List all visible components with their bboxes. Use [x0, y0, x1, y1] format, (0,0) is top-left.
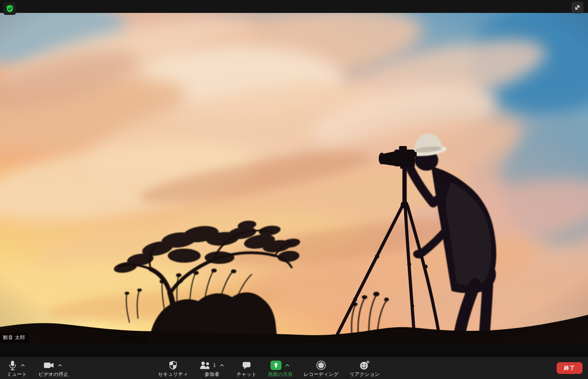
encryption-status-button[interactable]: [3, 2, 16, 15]
video-menu-chevron[interactable]: [57, 363, 63, 368]
mute-button[interactable]: ミュート: [5, 359, 28, 377]
reactions-icon: [359, 360, 370, 370]
toolbar-gap-band: [0, 343, 588, 357]
record-icon: [316, 360, 326, 370]
participants-count: 1: [213, 363, 216, 368]
participants-label: 参加者: [205, 372, 220, 377]
share-screen-icon: [270, 361, 281, 370]
share-screen-menu-chevron[interactable]: [284, 363, 290, 368]
meeting-control-bar: ミュート ビデオの停止: [0, 343, 588, 379]
mute-label: ミュート: [7, 372, 27, 377]
participant-name-label: 観音 太郎: [0, 333, 29, 343]
recording-label: レコーディング: [303, 372, 338, 377]
toolbar-left-group: ミュート ビデオの停止: [5, 359, 69, 377]
security-button[interactable]: セキュリティ: [157, 359, 189, 377]
mute-menu-chevron[interactable]: [20, 363, 26, 368]
meeting-top-bar: [0, 0, 588, 13]
chat-bubble-icon: [242, 361, 251, 370]
end-meeting-button[interactable]: 終了: [557, 362, 583, 374]
fullscreen-expand-icon: [574, 4, 581, 11]
microphone-icon: [8, 360, 17, 370]
security-shield-icon: [169, 361, 178, 370]
stop-video-button[interactable]: ビデオの停止: [38, 359, 69, 377]
chat-label: チャット: [236, 372, 256, 377]
video-camera-icon: [44, 362, 54, 369]
recording-button[interactable]: レコーディング: [303, 359, 339, 377]
participants-icon: [199, 361, 211, 370]
share-screen-label: 画面の共有: [268, 372, 293, 377]
share-screen-button[interactable]: 画面の共有: [267, 359, 294, 377]
participants-button[interactable]: 1 参加者: [198, 359, 226, 377]
sunset-photographer-scene: [0, 13, 588, 343]
security-label: セキュリティ: [158, 372, 188, 377]
toolbar-center-group: セキュリティ 1: [157, 359, 381, 377]
reactions-label: リアクション: [350, 372, 380, 377]
participants-menu-chevron[interactable]: [219, 363, 225, 368]
stop-video-label: ビデオの停止: [38, 372, 68, 377]
reactions-button[interactable]: リアクション: [349, 359, 381, 377]
fullscreen-button[interactable]: [572, 2, 583, 13]
participant-video-tile: 観音 太郎: [0, 13, 588, 343]
toolbar: ミュート ビデオの停止: [0, 357, 588, 379]
encryption-shield-icon: [5, 4, 14, 13]
chat-button[interactable]: チャット: [235, 359, 258, 377]
